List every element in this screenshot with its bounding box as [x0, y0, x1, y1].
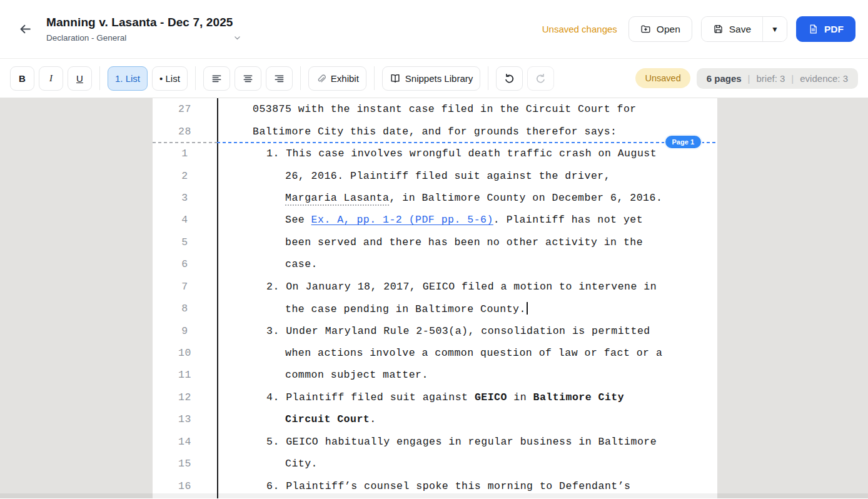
pleading-margin-rule	[217, 98, 218, 498]
snippets-library-button[interactable]: Snippets Library	[382, 66, 480, 91]
pages-count: 6 pages	[707, 73, 742, 84]
bold-button[interactable]: B	[10, 66, 34, 91]
pdf-button[interactable]: PDF	[796, 16, 855, 42]
line-number: 13	[153, 413, 217, 425]
text-segment: Plaintiff’s counsel spoke this morning t…	[286, 480, 630, 492]
folder-plus-icon	[640, 24, 651, 34]
text-segment: See	[285, 214, 311, 226]
pill-separator: |	[748, 73, 750, 84]
doc-line-text[interactable]: 053875 with the instant case filed in th…	[217, 103, 637, 115]
back-button[interactable]	[13, 17, 38, 42]
doc-line[interactable]: 5been served and there has been no other…	[153, 231, 717, 253]
doc-type-select[interactable]: Declaration - General	[46, 33, 241, 43]
page-title: Manning v. Lasanta - Dec 7, 2025	[46, 16, 241, 29]
doc-line[interactable]: 6case.	[153, 253, 717, 275]
open-button[interactable]: Open	[628, 16, 692, 42]
save-menu-button[interactable]: ▼	[762, 17, 787, 41]
doc-line[interactable]: 28Baltimore City this date, and for grou…	[153, 120, 717, 142]
toolbar-divider	[488, 66, 488, 90]
chevron-down-icon	[233, 34, 241, 42]
underline-button[interactable]: U	[68, 66, 92, 91]
align-center-button[interactable]	[235, 66, 261, 91]
exhibit-citation-link[interactable]: Ex. A, pp. 1-2 (PDF pp. 5-6)	[311, 214, 493, 226]
doc-line[interactable]: 3Margaria Lasanta, in Baltimore County o…	[153, 187, 717, 209]
doc-line-text[interactable]: 6. Plaintiff’s counsel spoke this mornin…	[217, 480, 631, 492]
doc-line[interactable]: 72. On January 18, 2017, GEICO filed a m…	[153, 276, 717, 298]
line-number: 9	[153, 325, 217, 337]
doc-line[interactable]: 10when actions involve a common question…	[153, 342, 717, 364]
page-break-line: Page 1	[153, 142, 717, 143]
toolbar-divider	[374, 66, 375, 90]
doc-line[interactable]: 15City.	[153, 453, 717, 475]
editor-canvas: 27053875 with the instant case filed in …	[0, 98, 868, 498]
text-segment: . Plaintiff has not yet	[493, 214, 643, 226]
save-button[interactable]: Save	[702, 17, 762, 41]
doc-line-text[interactable]: 1. This case involves wrongful death tra…	[217, 148, 657, 159]
save-icon	[713, 24, 724, 34]
header: Manning v. Lasanta - Dec 7, 2025 Declara…	[0, 0, 868, 59]
redo-button[interactable]	[527, 66, 554, 91]
undo-button[interactable]	[496, 66, 523, 91]
doc-line-text[interactable]: when actions involve a common question o…	[217, 347, 662, 359]
doc-line-text[interactable]: Circuit Court.	[217, 413, 376, 425]
doc-line[interactable]: 93. Under Maryland Rule 2-503(a), consol…	[153, 320, 717, 341]
text-segment: Plaintiff filed suit against	[286, 391, 475, 403]
evidence-count: evidence: 3	[800, 73, 848, 84]
doc-line[interactable]: 11. This case involves wrongful death tr…	[153, 143, 717, 164]
document-sheet[interactable]: 27053875 with the instant case filed in …	[153, 98, 717, 498]
doc-line[interactable]: 124. Plaintiff filed suit against GEICO …	[153, 386, 717, 408]
doc-line-text[interactable]: Baltimore City this date, and for ground…	[217, 126, 617, 138]
doc-line-text[interactable]: Margaria Lasanta, in Baltimore County on…	[217, 192, 662, 204]
align-right-button[interactable]	[266, 66, 293, 91]
bottom-scroll-track[interactable]	[0, 493, 868, 498]
text-segment: case.	[285, 258, 318, 270]
align-left-button[interactable]	[203, 66, 230, 91]
line-number: 10	[153, 347, 217, 359]
list-marker: 3.	[266, 325, 286, 337]
exhibit-button[interactable]: Exhibit	[308, 66, 366, 91]
doc-line[interactable]: 27053875 with the instant case filed in …	[153, 98, 717, 120]
doc-line-text[interactable]: 2. On January 18, 2017, GEICO filed a mo…	[217, 281, 657, 293]
line-number: 12	[153, 391, 217, 403]
text-segment: in	[507, 391, 533, 403]
text-caret	[527, 302, 528, 315]
doc-line-text[interactable]: 5. GEICO habitually engages in regular b…	[217, 436, 657, 448]
header-actions: Unsaved changes Open Save ▼	[542, 16, 855, 42]
line-number: 15	[153, 458, 217, 470]
doc-lines: 27053875 with the instant case filed in …	[153, 98, 717, 498]
doc-line-text[interactable]: common subject matter.	[217, 369, 428, 381]
doc-line[interactable]: 4See Ex. A, pp. 1-2 (PDF pp. 5-6). Plain…	[153, 209, 717, 231]
line-number: 14	[153, 436, 217, 448]
bullet-list-button[interactable]: • List	[152, 66, 188, 91]
line-number: 1	[153, 148, 217, 159]
doc-line[interactable]: 226, 2016. Plaintiff filed suit against …	[153, 164, 717, 186]
doc-line-text[interactable]: 26, 2016. Plaintiff filed suit against t…	[217, 170, 610, 182]
ordered-list-button[interactable]: 1. List	[108, 66, 148, 91]
doc-line[interactable]: 13Circuit Court.	[153, 408, 717, 430]
doc-line[interactable]: 145. GEICO habitually engages in regular…	[153, 431, 717, 453]
line-number: 7	[153, 281, 217, 293]
book-icon	[390, 73, 401, 84]
doc-line-text[interactable]: case.	[217, 258, 318, 270]
unsaved-badge: Unsaved	[635, 68, 690, 88]
doc-line-text[interactable]: the case pending in Baltimore County.	[217, 302, 528, 315]
doc-line-text[interactable]: been served and there has been no other …	[217, 236, 643, 248]
doc-type-label: Declaration - General	[46, 33, 126, 43]
spellcheck-underlined-text: Margaria Lasanta	[285, 192, 389, 206]
doc-line[interactable]: 8the case pending in Baltimore County.	[153, 298, 717, 320]
doc-line-text[interactable]: City.	[217, 458, 318, 470]
doc-line[interactable]: 11common subject matter.	[153, 364, 717, 386]
align-right-icon	[273, 73, 285, 84]
toolbar-status: Unsaved 6 pages | brief: 3 | evidence: 3	[635, 68, 858, 89]
text-segment: .	[370, 413, 376, 425]
page-break-dashes	[217, 142, 717, 143]
snippets-library-label: Snippets Library	[405, 73, 473, 84]
text-segment: GEICO	[475, 391, 507, 403]
italic-button[interactable]: I	[39, 66, 63, 91]
pdf-document-icon	[808, 24, 819, 34]
text-segment: 26, 2016. Plaintiff filed suit against t…	[285, 170, 610, 182]
doc-line-text[interactable]: 3. Under Maryland Rule 2-503(a), consoli…	[217, 325, 650, 337]
doc-line-text[interactable]: See Ex. A, pp. 1-2 (PDF pp. 5-6). Plaint…	[217, 214, 643, 226]
doc-line-text[interactable]: 4. Plaintiff filed suit against GEICO in…	[217, 391, 624, 403]
redo-icon	[535, 73, 547, 84]
